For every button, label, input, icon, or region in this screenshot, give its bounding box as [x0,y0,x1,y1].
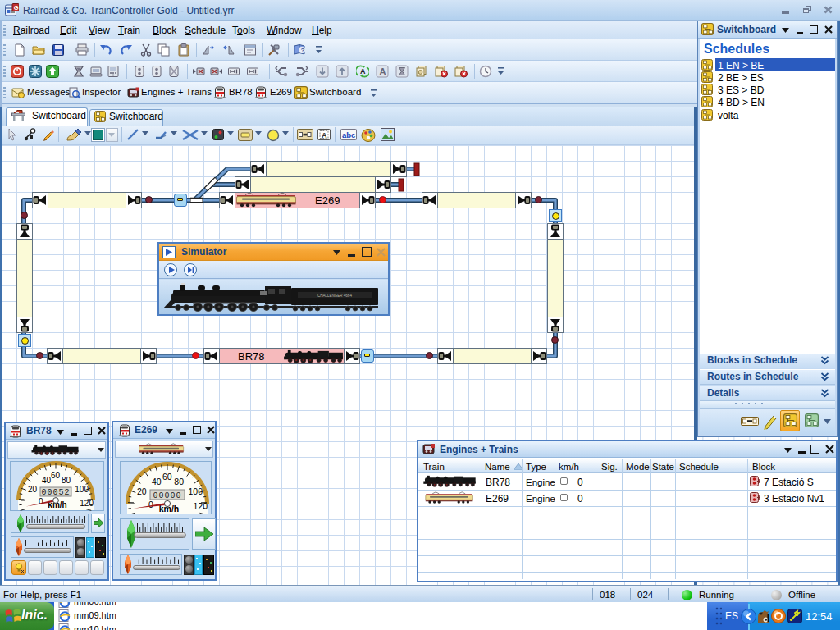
svg-text:00052: 00052 [41,488,70,497]
svg-text:40: 40 [42,476,52,485]
svg-text:20: 20 [137,486,147,496]
svg-text:120: 120 [80,499,94,508]
svg-text:40: 40 [152,477,162,486]
svg-text:0: 0 [148,500,153,509]
svg-text:CHALLENGER 4664: CHALLENGER 4664 [317,294,352,298]
svg-text:80: 80 [174,477,184,486]
svg-text:G: G [14,4,19,11]
svg-text:60: 60 [51,471,61,480]
svg-text:abc: abc [342,130,355,139]
svg-text:100: 100 [188,486,203,496]
svg-text:A: A [322,131,327,139]
svg-text:20: 20 [28,485,38,494]
svg-text:60: 60 [162,472,172,482]
svg-text:A: A [360,67,366,75]
svg-text:80: 80 [62,476,71,485]
svg-text:?: ? [300,47,304,54]
svg-text:120: 120 [193,501,208,511]
svg-text:0: 0 [39,497,43,506]
svg-text:00000: 00000 [153,491,181,500]
svg-text:100: 100 [75,485,89,494]
svg-text:A: A [380,66,386,76]
